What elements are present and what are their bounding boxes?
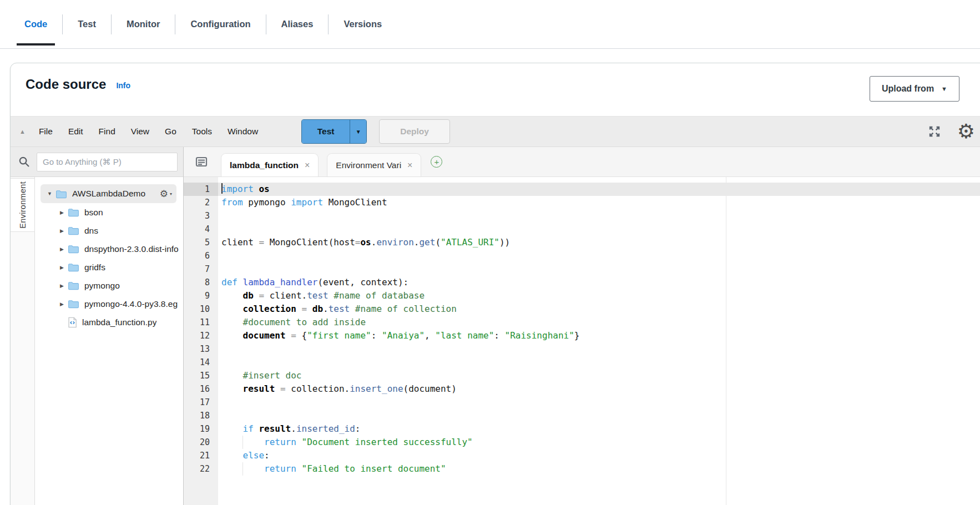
indent-guide <box>243 436 243 449</box>
folder-settings-gear-icon[interactable]: ⚙▾ <box>160 188 172 200</box>
code-line[interactable]: 7 <box>184 262 980 276</box>
code-line[interactable]: 19 if result.inserted_id: <box>184 422 980 436</box>
code-editor: lambda_function×Environment Vari× + 1imp… <box>184 147 980 505</box>
tab-configuration[interactable]: Configuration <box>190 0 250 48</box>
test-dropdown-caret-icon[interactable]: ▼ <box>350 120 366 143</box>
menu-view[interactable]: View <box>131 127 149 137</box>
search-icon <box>18 155 31 168</box>
test-split-button: Test ▼ <box>301 119 367 144</box>
line-number: 18 <box>184 409 218 422</box>
line-number: 11 <box>184 316 218 329</box>
code-line[interactable]: 14 <box>184 356 980 369</box>
code-line[interactable]: 21 else: <box>184 449 980 462</box>
folder-icon <box>55 189 67 199</box>
code-line[interactable]: 10 collection = db.test #name of collect… <box>184 302 980 316</box>
folder-icon <box>68 299 79 309</box>
tree-folder-pymongo-4-4-0-py3-8-eg[interactable]: ▶pymongo-4.4.0-py3.8.eg <box>35 295 183 313</box>
tab-test[interactable]: Test <box>78 0 96 48</box>
disclosure-caret-icon[interactable]: ▶ <box>57 228 67 234</box>
line-number: 5 <box>184 236 218 249</box>
line-number: 10 <box>184 302 218 316</box>
editor-tab-label: lambda_function <box>230 160 299 170</box>
left-dock-strip: Environment <box>11 177 35 505</box>
tree-folder-awslambdademo[interactable]: ▼AWSLambdaDemo⚙▾ <box>41 184 176 203</box>
sidebar-body: Environment ▼AWSLambdaDemo⚙▾▶bson▶dns▶dn… <box>11 177 183 505</box>
code-line[interactable]: 11 #document to add inside <box>184 316 980 329</box>
editor-tabbar-tabs: lambda_function×Environment Vari× <box>213 153 421 176</box>
code-line[interactable]: 6 <box>184 249 980 262</box>
code-line[interactable]: 4 <box>184 223 980 236</box>
code-line-text: #document to add inside <box>218 316 980 329</box>
menu-go[interactable]: Go <box>165 127 176 137</box>
open-files-list-icon[interactable] <box>195 156 208 168</box>
disclosure-caret-icon[interactable]: ▶ <box>57 283 67 289</box>
editor-tab-label: Environment Vari <box>336 160 401 170</box>
folder-icon <box>68 262 79 272</box>
menu-file[interactable]: File <box>39 127 53 137</box>
folder-icon <box>68 281 79 290</box>
disclosure-caret-icon[interactable]: ▶ <box>57 301 67 307</box>
tree-item-label: dnspython-2.3.0.dist-info <box>84 244 179 254</box>
menu-tools[interactable]: Tools <box>192 127 212 137</box>
menu-window[interactable]: Window <box>228 127 258 137</box>
info-link[interactable]: Info <box>116 81 130 90</box>
code-line-text <box>218 209 980 223</box>
tree-folder-pymongo[interactable]: ▶pymongo <box>35 276 183 295</box>
line-number: 13 <box>184 342 218 356</box>
code-editing-area[interactable]: 1import os2from pymongo import MongoClie… <box>184 177 980 505</box>
tab-versions[interactable]: Versions <box>343 0 382 48</box>
folder-icon <box>68 208 79 217</box>
code-line-text <box>218 249 980 262</box>
close-tab-icon[interactable]: × <box>305 160 310 170</box>
disclosure-caret-icon[interactable]: ▶ <box>57 265 67 270</box>
code-line[interactable]: 2from pymongo import MongoClient <box>184 196 980 209</box>
code-source-header: Code source Info Upload from ▼ <box>11 63 980 116</box>
tree-folder-bson[interactable]: ▶bson <box>35 203 183 221</box>
editor-workspace: Environment ▼AWSLambdaDemo⚙▾▶bson▶dns▶dn… <box>11 147 980 505</box>
code-line-text <box>218 409 980 422</box>
code-line[interactable]: 8def lambda_handler(event, context): <box>184 276 980 289</box>
line-number: 16 <box>184 382 218 396</box>
editor-tab-environment-vari[interactable]: Environment Vari× <box>327 153 421 176</box>
settings-gear-icon[interactable]: ⚙ <box>957 122 975 142</box>
tree-item-label: dns <box>84 226 98 236</box>
menu-edit[interactable]: Edit <box>68 127 83 137</box>
code-line[interactable]: 22 return "Failed to insert document" <box>184 462 980 476</box>
code-line[interactable]: 12 document = {"first name": "Anaiya", "… <box>184 329 980 342</box>
code-line[interactable]: 17 <box>184 396 980 409</box>
environment-vertical-tab[interactable]: Environment <box>11 178 34 232</box>
tab-code[interactable]: Code <box>24 0 47 48</box>
tab-aliases[interactable]: Aliases <box>281 0 314 48</box>
disclosure-caret-icon[interactable]: ▶ <box>57 210 67 215</box>
fullscreen-expand-icon[interactable] <box>927 124 942 139</box>
file-code-icon <box>68 317 77 328</box>
tab-monitor[interactable]: Monitor <box>127 0 160 48</box>
new-tab-plus-icon[interactable]: + <box>431 156 442 168</box>
code-line[interactable]: 9 db = client.test #name of database <box>184 289 980 302</box>
collapse-pane-arrow-icon[interactable]: ▲ <box>19 128 26 135</box>
tree-file-lambda-function-py[interactable]: lambda_function.py <box>35 313 183 331</box>
disclosure-caret-icon[interactable]: ▼ <box>45 191 54 196</box>
code-line[interactable]: 5client = MongoClient(host=os.environ.ge… <box>184 236 980 249</box>
goto-anything-input[interactable] <box>37 153 178 171</box>
code-line[interactable]: 16 result = collection.insert_one(docume… <box>184 382 980 396</box>
disclosure-caret-icon[interactable]: ▶ <box>57 246 67 252</box>
deploy-button[interactable]: Deploy <box>379 119 450 144</box>
code-line[interactable]: 18 <box>184 409 980 422</box>
code-line[interactable]: 3 <box>184 209 980 223</box>
code-line[interactable]: 20 return "Document inserted successfull… <box>184 436 980 449</box>
tree-folder-dns[interactable]: ▶dns <box>35 221 183 240</box>
line-number: 3 <box>184 209 218 223</box>
editor-tab-lambda-function[interactable]: lambda_function× <box>221 153 319 176</box>
line-number: 20 <box>184 436 218 449</box>
tree-folder-dnspython-2-3-0-dist-info[interactable]: ▶dnspython-2.3.0.dist-info <box>35 240 183 258</box>
code-line[interactable]: 1import os <box>184 183 980 196</box>
test-button[interactable]: Test <box>302 120 350 143</box>
code-line[interactable]: 15 #insert doc <box>184 369 980 382</box>
upload-from-button[interactable]: Upload from ▼ <box>870 76 959 102</box>
close-tab-icon[interactable]: × <box>407 160 412 170</box>
menu-find[interactable]: Find <box>99 127 115 137</box>
tree-folder-gridfs[interactable]: ▶gridfs <box>35 258 183 276</box>
code-line-text: from pymongo import MongoClient <box>218 196 980 209</box>
code-line[interactable]: 13 <box>184 342 980 356</box>
